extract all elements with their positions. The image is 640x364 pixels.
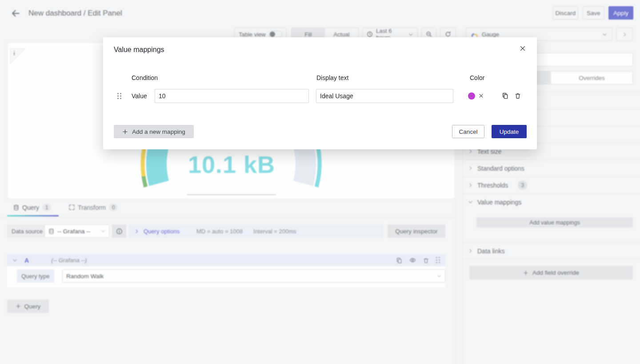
delete-mapping-trash-icon[interactable] [515,92,521,99]
grafana-edit-panel-screen: New dashboard / Edit Panel Discard Save … [0,0,640,364]
plus-icon [122,129,128,135]
modal-title: Value mappings [114,46,164,54]
add-new-mapping-label: Add a new mapping [132,128,185,135]
column-display-text: Display text [316,74,348,81]
mapping-value-input[interactable] [155,89,309,103]
update-button[interactable]: Update [492,125,527,138]
add-new-mapping-button[interactable]: Add a new mapping [114,125,194,138]
copy-mapping-icon[interactable] [502,92,508,99]
remove-color-icon[interactable] [479,93,484,98]
drag-mapping-handle[interactable] [117,93,121,100]
close-icon[interactable] [520,45,526,52]
value-mappings-modal: Value mappings Condition Display text Co… [103,37,537,149]
column-condition: Condition [132,74,158,81]
mapping-type-label: Value [132,89,147,103]
mapping-display-text-input[interactable] [316,89,453,103]
mapping-color-swatch[interactable] [468,92,475,100]
cancel-button[interactable]: Cancel [452,125,484,138]
column-color: Color [470,74,484,81]
